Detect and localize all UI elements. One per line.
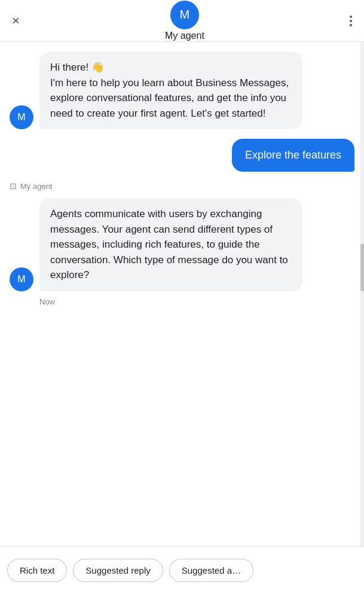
bubble-incoming-1: Hi there! 👋I'm here to help you learn ab… (39, 51, 302, 129)
header-left: × (10, 11, 22, 31)
agent-label-text: My agent (20, 182, 52, 191)
agent-section-2: ⊡ My agent M Agents communicate with use… (10, 181, 354, 306)
header-center: M My agent (29, 1, 340, 41)
chip-rich-text[interactable]: Rich text (7, 559, 67, 582)
scrollbar-thumb[interactable] (360, 243, 364, 291)
message-row-1: M Hi there! 👋I'm here to help you learn … (10, 51, 302, 129)
more-button[interactable] (347, 13, 354, 29)
message-row-3: M Agents communicate with users by excha… (10, 198, 302, 291)
header-title: My agent (165, 31, 204, 41)
agent-avatar-2: M (10, 267, 33, 291)
header: × M My agent (0, 0, 364, 42)
scrollbar-track (360, 42, 364, 546)
close-button[interactable]: × (10, 11, 22, 31)
dot-2 (350, 20, 352, 22)
message-row-2: Explore the features (232, 139, 354, 172)
avatar: M (170, 1, 199, 29)
bottom-bar: Rich text Suggested reply Suggested a… (0, 546, 364, 594)
agent-icon: ⊡ (10, 181, 17, 191)
dot-3 (350, 24, 352, 26)
dot-1 (350, 16, 352, 18)
chip-suggested-reply[interactable]: Suggested reply (73, 559, 163, 582)
bubble-outgoing-1: Explore the features (232, 139, 354, 172)
agent-label: ⊡ My agent (10, 181, 354, 191)
timestamp: Now (39, 297, 354, 306)
bubble-incoming-2: Agents communicate with users by exchang… (39, 198, 302, 291)
chat-area: M Hi there! 👋I'm here to help you learn … (0, 42, 364, 546)
chip-suggested-action[interactable]: Suggested a… (169, 559, 253, 582)
agent-avatar-1: M (10, 105, 33, 129)
